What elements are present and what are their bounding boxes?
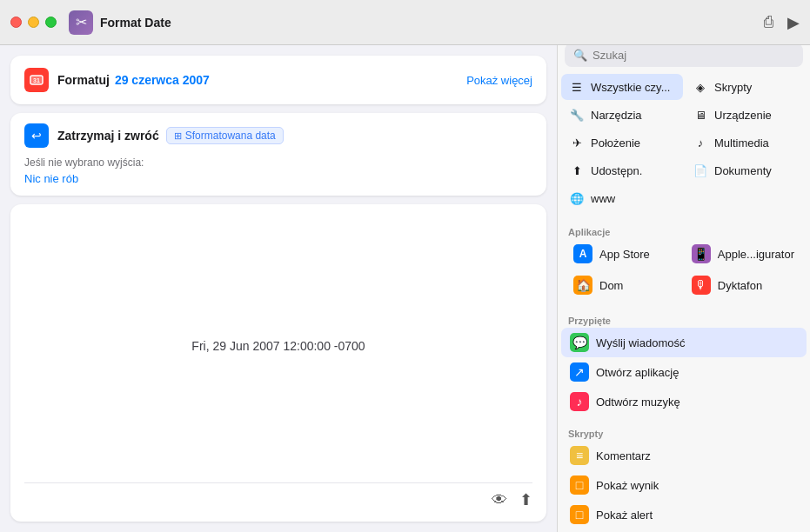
section-aplikacje: Aplikacje — [558, 222, 810, 239]
sidebar-item-wszystkie[interactable]: ☰ Wszystkie czy... — [561, 74, 683, 100]
multimedia-icon: ♪ — [692, 134, 709, 151]
sidebar-item-wyslij-wiadomosc[interactable]: 💬 Wyślij wiadomość — [561, 328, 807, 357]
dyktafon-label: Dyktafon — [718, 279, 762, 292]
sidebar-item-pokaz-wynik[interactable]: □ Pokaż wynik — [561, 470, 807, 500]
app-grid: A App Store 📱 Apple...igurator 🏠 Dom 🎙 D… — [558, 239, 810, 300]
komentarz-icon: ≡ — [570, 446, 589, 465]
format-icon: 31 — [24, 68, 49, 92]
urzadzenie-label: Urządzenie — [714, 109, 772, 122]
search-bar[interactable]: 🔍 — [565, 43, 803, 67]
wyslij-wiadomosc-icon: 💬 — [570, 333, 589, 352]
titlebar: ✂ Format Date ⎙ ▶ — [0, 0, 810, 45]
minimize-button[interactable] — [28, 17, 39, 28]
sidebar-item-apple-igurator[interactable]: 📱 Apple...igurator — [683, 239, 803, 269]
wyslij-wiadomosc-label: Wyślij wiadomość — [596, 336, 685, 349]
sidebar-item-dom[interactable]: 🏠 Dom — [565, 270, 674, 300]
output-text: Fri, 29 Jun 2007 12:00:00 -0700 — [191, 339, 365, 353]
return-label: Zatrzymaj i zwróć — [57, 129, 159, 143]
dom-icon: 🏠 — [573, 276, 592, 295]
pokaz-alert-icon: □ — [570, 505, 589, 524]
skrypty-icon: ◈ — [692, 78, 709, 96]
narzedzia-label: Narzędzia — [591, 109, 642, 122]
sidebar-item-otworz-aplikacje[interactable]: ↗ Otwórz aplikację — [561, 357, 807, 387]
output-footer: 👁 ⬆ — [24, 482, 532, 509]
do-nothing-link[interactable]: Nic nie rób — [24, 172, 532, 185]
sidebar-item-odtworz-muzyke[interactable]: ♪ Odtwórz muzykę — [561, 387, 807, 416]
if-no-output-label: Jeśli nie wybrano wyjścia: — [24, 156, 532, 169]
format-card: 31 Formatuj 29 czerwca 2007 Pokaż więcej — [10, 56, 546, 104]
polozenie-label: Położenie — [591, 136, 640, 150]
appstore-icon: A — [573, 244, 592, 263]
komentarz-label: Komentarz — [596, 449, 651, 462]
apple-igurator-label: Apple...igurator — [718, 248, 794, 261]
output-content: Fri, 29 Jun 2007 12:00:00 -0700 — [24, 216, 532, 475]
return-card: ↩ Zatrzymaj i zwróć ⊞ Sformatowana data … — [10, 113, 546, 196]
www-label: www — [591, 192, 615, 205]
play-icon[interactable]: ▶ — [787, 13, 800, 32]
preview-icon[interactable]: 👁 — [492, 491, 507, 509]
sidebar-item-dokumenty[interactable]: 📄 Dokumenty — [685, 157, 807, 183]
format-date-value[interactable]: 29 czerwca 2007 — [115, 73, 210, 87]
dyktafon-icon: 🎙 — [692, 276, 711, 295]
multimedia-label: Multimedia — [714, 136, 769, 150]
odtworz-muzyke-icon: ♪ — [570, 392, 589, 411]
dokumenty-label: Dokumenty — [714, 164, 772, 177]
maximize-button[interactable] — [45, 17, 57, 28]
main-area: 31 Formatuj 29 czerwca 2007 Pokaż więcej… — [0, 45, 557, 532]
apple-igurator-icon: 📱 — [692, 244, 711, 263]
sidebar-item-dyktafon[interactable]: 🎙 Dyktafon — [683, 270, 803, 300]
return-row: ↩ Zatrzymaj i zwróć ⊞ Sformatowana data — [24, 123, 532, 148]
svg-text:31: 31 — [33, 77, 40, 83]
return-badge[interactable]: ⊞ Sformatowana data — [166, 127, 284, 144]
odtworz-muzyke-label: Odtwórz muzykę — [596, 396, 680, 409]
www-icon: 🌐 — [568, 190, 586, 207]
format-label: Formatuj — [57, 73, 110, 87]
appstore-label: App Store — [599, 248, 650, 261]
sidebar-item-pokaz-alert[interactable]: □ Pokaż alert — [561, 500, 807, 529]
sidebar-item-multimedia[interactable]: ♪ Multimedia — [685, 130, 807, 156]
sidebar-item-www[interactable]: 🌐 www — [561, 185, 683, 211]
skrypty-label: Skrypty — [714, 81, 752, 94]
otworz-aplikacje-label: Otwórz aplikację — [596, 366, 679, 379]
app-title: Format Date — [100, 16, 171, 30]
polozenie-icon: ✈ — [568, 134, 586, 151]
share-icon[interactable]: ⎙ — [764, 13, 773, 31]
pokaz-alert-label: Pokaż alert — [596, 509, 653, 522]
titlebar-actions: ⎙ ▶ — [764, 13, 800, 32]
sidebar-item-appstore[interactable]: A App Store — [565, 239, 674, 269]
narzedzia-icon: 🔧 — [568, 106, 586, 123]
udostepn-label: Udostępn. — [591, 164, 642, 177]
urzadzenie-icon: 🖥 — [692, 106, 709, 123]
show-more-button[interactable]: Pokaż więcej — [466, 74, 532, 87]
wszystkie-label: Wszystkie czy... — [591, 81, 670, 94]
udostepn-icon: ⬆ — [568, 162, 586, 179]
pokaz-wynik-label: Pokaż wynik — [596, 479, 659, 492]
sidebar-item-narzedzia[interactable]: 🔧 Narzędzia — [561, 102, 683, 128]
otworz-aplikacje-icon: ↗ — [570, 362, 589, 382]
wszystkie-icon: ☰ — [568, 78, 586, 96]
badge-text: Sformatowana data — [185, 130, 276, 142]
sidebar: ⊞ ℹ 🔍 ☰ Wszystkie czy... ◈ Skrypty 🔧 Nar… — [557, 0, 810, 532]
badge-icon: ⊞ — [174, 130, 182, 142]
sidebar-item-polozenie[interactable]: ✈ Położenie — [561, 130, 683, 156]
search-icon: 🔍 — [573, 49, 587, 62]
sidebar-item-udostepn[interactable]: ⬆ Udostępn. — [561, 157, 683, 183]
section-przypiete: Przypięte — [558, 310, 810, 328]
dom-label: Dom — [599, 279, 623, 292]
sidebar-item-komentarz[interactable]: ≡ Komentarz — [561, 441, 807, 470]
section-skrypty: Skrypty — [558, 423, 810, 441]
search-input[interactable] — [592, 49, 794, 62]
sidebar-category-grid: ☰ Wszystkie czy... ◈ Skrypty 🔧 Narzędzia… — [558, 74, 810, 211]
export-icon[interactable]: ⬆ — [519, 490, 532, 509]
window-controls — [10, 17, 57, 28]
close-button[interactable] — [10, 17, 22, 28]
app-icon: ✂ — [69, 10, 93, 35]
sidebar-item-skrypty[interactable]: ◈ Skrypty — [685, 74, 807, 100]
pokaz-wynik-icon: □ — [570, 475, 589, 495]
dokumenty-icon: 📄 — [692, 162, 709, 179]
output-card: Fri, 29 Jun 2007 12:00:00 -0700 👁 ⬆ — [10, 204, 546, 522]
return-icon: ↩ — [24, 123, 49, 148]
sidebar-item-urzadzenie[interactable]: 🖥 Urządzenie — [685, 102, 807, 128]
